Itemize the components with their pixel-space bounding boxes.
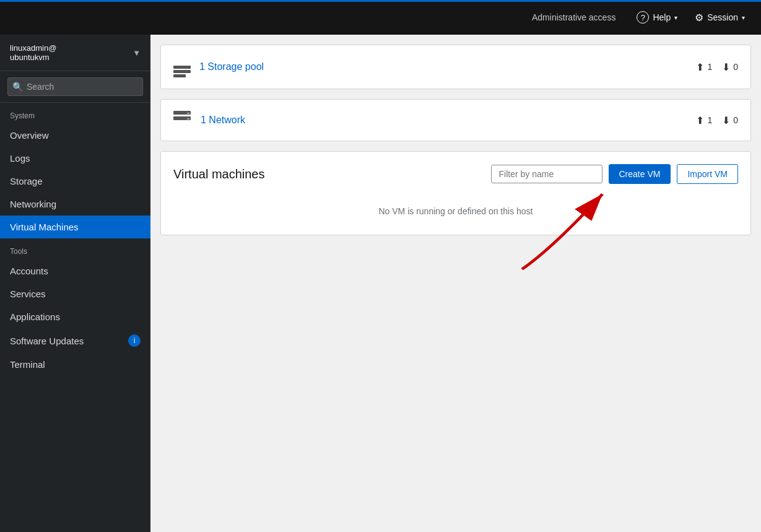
network-up-stat: ⬆ 1 xyxy=(696,115,712,126)
svg-rect-2 xyxy=(187,113,189,114)
user-info: linuxadmin@ ubuntukvm xyxy=(10,43,56,62)
sidebar-item-networking[interactable]: Networking xyxy=(0,193,150,216)
search-icon: 🔍 xyxy=(12,82,23,92)
session-button[interactable]: ⚙ Session ▾ xyxy=(689,8,751,27)
help-circle-icon: ? xyxy=(637,11,649,24)
main-layout: linuxadmin@ ubuntukvm ▼ 🔍 System Overvie… xyxy=(0,35,761,532)
network-link[interactable]: 1 Network xyxy=(201,115,245,126)
help-button[interactable]: ? Help ▾ xyxy=(630,7,684,27)
network-down-count: 0 xyxy=(733,115,738,125)
search-section: 🔍 xyxy=(0,71,150,103)
import-vm-button[interactable]: Import VM xyxy=(677,164,738,184)
storage-pool-link[interactable]: 1 Storage pool xyxy=(199,61,264,72)
sidebar: linuxadmin@ ubuntukvm ▼ 🔍 System Overvie… xyxy=(0,35,150,532)
sidebar-item-accounts[interactable]: Accounts xyxy=(0,259,150,282)
search-input[interactable] xyxy=(7,77,143,96)
user-menu[interactable]: linuxadmin@ ubuntukvm ▼ xyxy=(0,35,150,71)
network-card: 1 Network ⬆ 1 ⬇ 0 xyxy=(160,99,751,141)
storage-pool-icon xyxy=(173,56,191,77)
vm-section: Virtual machines Create VM Import VM No … xyxy=(150,151,761,235)
sidebar-item-storage[interactable]: Storage xyxy=(0,170,150,193)
help-caret-icon: ▾ xyxy=(674,14,677,21)
progress-bar xyxy=(0,0,761,2)
topbar-right: Administrative access ? Help ▾ ⚙ Session… xyxy=(532,7,751,27)
sidebar-item-services[interactable]: Services xyxy=(0,282,150,305)
network-stats: ⬆ 1 ⬇ 0 xyxy=(696,115,738,126)
vm-label: Virtual Machines xyxy=(10,222,79,232)
down-arrow-icon: ⬇ xyxy=(722,61,730,73)
admin-access-label: Administrative access xyxy=(532,12,615,22)
network-up-count: 1 xyxy=(707,115,712,125)
topbar: Administrative access ? Help ▾ ⚙ Session… xyxy=(0,0,761,35)
content-area: 1 Storage pool ⬆ 1 ⬇ 0 xyxy=(150,35,761,532)
vm-card-header: Virtual machines Create VM Import VM xyxy=(173,164,738,184)
sidebar-item-logs[interactable]: Logs xyxy=(0,147,150,170)
accounts-label: Accounts xyxy=(10,266,48,276)
up-arrow-icon: ⬆ xyxy=(696,61,704,73)
svg-rect-3 xyxy=(187,118,189,120)
services-label: Services xyxy=(10,289,46,299)
username: linuxadmin@ xyxy=(10,43,56,53)
hostname: ubuntukvm xyxy=(10,53,56,62)
search-wrapper: 🔍 xyxy=(7,77,143,96)
virtual-machines-card: Virtual machines Create VM Import VM No … xyxy=(160,151,751,235)
network-down-icon: ⬇ xyxy=(722,115,730,126)
tools-section-label: Tools xyxy=(0,238,150,259)
storage-pool-stats: ⬆ 1 ⬇ 0 xyxy=(696,61,738,73)
overview-label: Overview xyxy=(10,130,49,141)
networking-label: Networking xyxy=(10,199,56,209)
vm-empty-message: No VM is running or defined on this host xyxy=(173,194,738,222)
software-updates-badge: i xyxy=(128,334,141,347)
sidebar-item-terminal[interactable]: Terminal xyxy=(0,353,150,376)
user-caret-icon: ▼ xyxy=(133,48,141,58)
sidebar-item-software-updates[interactable]: Software Updates i xyxy=(0,328,150,353)
filter-by-name-input[interactable] xyxy=(491,165,602,183)
storage-pool-down-stat: ⬇ 0 xyxy=(722,61,738,73)
storage-pool-down-count: 0 xyxy=(733,62,738,72)
storage-label: Storage xyxy=(10,176,43,186)
storage-pool-card: 1 Storage pool ⬆ 1 ⬇ 0 xyxy=(160,45,751,89)
gear-icon: ⚙ xyxy=(695,12,703,24)
storage-pool-up-count: 1 xyxy=(707,62,712,72)
software-updates-label: Software Updates xyxy=(10,336,84,346)
system-section-label: System xyxy=(0,103,150,124)
help-label: Help xyxy=(653,12,671,22)
session-label: Session xyxy=(707,12,738,22)
storage-pool-up-stat: ⬆ 1 xyxy=(696,61,712,73)
sidebar-item-applications[interactable]: Applications xyxy=(0,305,150,328)
terminal-label: Terminal xyxy=(10,359,45,370)
session-caret-icon: ▾ xyxy=(742,14,745,21)
logs-label: Logs xyxy=(10,153,30,164)
network-icon xyxy=(173,111,192,129)
vm-card-title: Virtual machines xyxy=(173,167,264,181)
network-row: 1 Network ⬆ 1 ⬇ 0 xyxy=(161,100,750,141)
network-down-stat: ⬇ 0 xyxy=(722,115,738,126)
network-up-icon: ⬆ xyxy=(696,115,704,126)
sidebar-item-virtual-machines[interactable]: Virtual Machines xyxy=(0,216,150,238)
create-vm-button[interactable]: Create VM xyxy=(609,164,671,184)
applications-label: Applications xyxy=(10,312,60,322)
storage-pool-row: 1 Storage pool ⬆ 1 ⬇ 0 xyxy=(161,45,750,89)
sidebar-item-overview[interactable]: Overview xyxy=(0,124,150,147)
vm-card-actions: Create VM Import VM xyxy=(491,164,739,184)
